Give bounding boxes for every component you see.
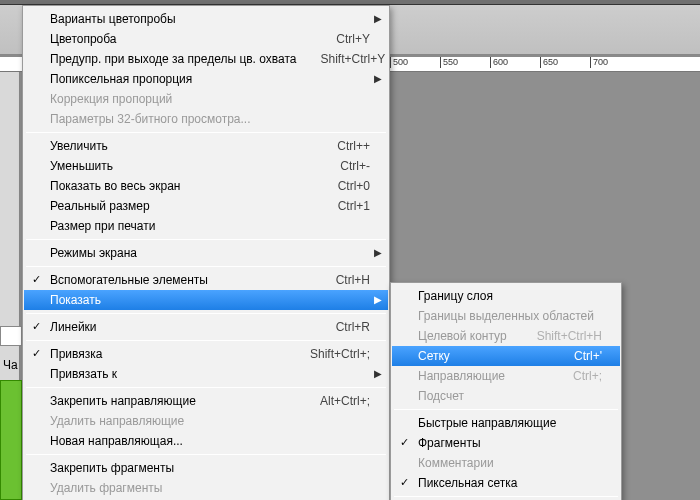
show-submenu-item[interactable]: Границу слоя xyxy=(392,286,620,306)
menu-item-label: Режимы экрана xyxy=(50,246,370,260)
view-menu-item: Коррекция пропорций xyxy=(24,89,388,109)
menu-item-shortcut: Ctrl++ xyxy=(337,139,370,153)
view-menu-separator xyxy=(26,340,386,341)
menu-item-shortcut: Shift+Ctrl+H xyxy=(537,329,602,343)
menu-item-label: Новая направляющая... xyxy=(50,434,370,448)
view-menu-item[interactable]: Новая направляющая... xyxy=(24,431,388,451)
menu-item-label: Удалить направляющие xyxy=(50,414,370,428)
menu-item-shortcut: Alt+Ctrl+; xyxy=(320,394,370,408)
view-menu-item: Параметры 32-битного просмотра... xyxy=(24,109,388,129)
menu-item-label: Границу слоя xyxy=(418,289,602,303)
chevron-right-icon: ▶ xyxy=(374,247,382,258)
view-menu-separator xyxy=(26,266,386,267)
menu-item-label: Варианты цветопробы xyxy=(50,12,370,26)
view-menu-separator xyxy=(26,132,386,133)
menu-item-shortcut: Ctrl+1 xyxy=(338,199,370,213)
menu-item-shortcut: Ctrl+0 xyxy=(338,179,370,193)
menu-item-label: Удалить фрагменты xyxy=(50,481,370,495)
menu-item-label: Предупр. при выходе за пределы цв. охват… xyxy=(50,52,297,66)
menu-item-label: Сетку xyxy=(418,349,550,363)
menu-item-label: Привязка xyxy=(50,347,286,361)
chevron-right-icon: ▶ xyxy=(374,294,382,305)
show-submenu-item[interactable]: СеткуCtrl+' xyxy=(392,346,620,366)
menu-item-label: Вспомогательные элементы xyxy=(50,273,312,287)
view-menu-separator xyxy=(26,239,386,240)
chevron-right-icon: ▶ xyxy=(374,73,382,84)
view-menu-item[interactable]: ЦветопробаCtrl+Y xyxy=(24,29,388,49)
menu-item-label: Быстрые направляющие xyxy=(418,416,602,430)
menu-item-label: Уменьшить xyxy=(50,159,316,173)
view-menu[interactable]: Варианты цветопробы▶ЦветопробаCtrl+YПред… xyxy=(22,5,390,500)
menu-item-shortcut: Shift+Ctrl+Y xyxy=(321,52,386,66)
view-menu-item[interactable]: Варианты цветопробы▶ xyxy=(24,9,388,29)
show-submenu-item: Границы выделенных областей xyxy=(392,306,620,326)
show-submenu-item[interactable]: Быстрые направляющие xyxy=(392,413,620,433)
view-menu-item[interactable]: Показать▶ xyxy=(24,290,388,310)
show-submenu-item: НаправляющиеCtrl+; xyxy=(392,366,620,386)
ruler-tick: 500 xyxy=(390,57,440,68)
show-submenu-item[interactable]: ✓Фрагменты xyxy=(392,433,620,453)
menu-item-shortcut: Ctrl+' xyxy=(574,349,602,363)
check-icon: ✓ xyxy=(32,347,41,360)
view-menu-item[interactable]: Режимы экрана▶ xyxy=(24,243,388,263)
menu-item-label: Целевой контур xyxy=(418,329,513,343)
view-menu-item[interactable]: ✓Вспомогательные элементыCtrl+H xyxy=(24,270,388,290)
menu-item-shortcut: Ctrl+Y xyxy=(336,32,370,46)
menu-item-label: Размер при печати xyxy=(50,219,370,233)
show-submenu-separator xyxy=(394,409,618,410)
menu-item-shortcut: Ctrl+; xyxy=(573,369,602,383)
menu-item-label: Реальный размер xyxy=(50,199,314,213)
menu-item-label: Цветопроба xyxy=(50,32,312,46)
check-icon: ✓ xyxy=(32,273,41,286)
show-submenu-item: Подсчет xyxy=(392,386,620,406)
view-menu-item[interactable]: УвеличитьCtrl++ xyxy=(24,136,388,156)
view-menu-item: Удалить фрагменты xyxy=(24,478,388,498)
show-submenu[interactable]: Границу слояГраницы выделенных областейЦ… xyxy=(390,282,622,500)
view-menu-item[interactable]: Показать во весь экранCtrl+0 xyxy=(24,176,388,196)
view-menu-separator xyxy=(26,313,386,314)
menu-item-label: Линейки xyxy=(50,320,312,334)
ruler-tick: 700 xyxy=(590,57,640,68)
view-menu-item[interactable]: Закрепить направляющиеAlt+Ctrl+; xyxy=(24,391,388,411)
view-menu-item[interactable]: Предупр. при выходе за пределы цв. охват… xyxy=(24,49,388,69)
menu-item-label: Параметры 32-битного просмотра... xyxy=(50,112,370,126)
menu-item-label: Привязать к xyxy=(50,367,370,381)
view-menu-item: Удалить направляющие xyxy=(24,411,388,431)
menu-item-label: Показать xyxy=(50,293,370,307)
menu-item-label: Коррекция пропорций xyxy=(50,92,370,106)
view-menu-separator xyxy=(26,454,386,455)
view-menu-item[interactable]: Реальный размерCtrl+1 xyxy=(24,196,388,216)
view-menu-item[interactable]: Закрепить фрагменты xyxy=(24,458,388,478)
view-menu-item[interactable]: Попиксельная пропорция▶ xyxy=(24,69,388,89)
menu-item-label: Направляющие xyxy=(418,369,549,383)
view-menu-separator xyxy=(26,387,386,388)
menu-item-shortcut: Ctrl+- xyxy=(340,159,370,173)
check-icon: ✓ xyxy=(400,436,409,449)
panel-tab-corner xyxy=(0,326,22,346)
check-icon: ✓ xyxy=(400,476,409,489)
color-swatch-panel xyxy=(0,380,22,500)
menu-item-label: Комментарии xyxy=(418,456,602,470)
view-menu-item[interactable]: Размер при печати xyxy=(24,216,388,236)
menu-item-label: Показать во весь экран xyxy=(50,179,314,193)
menu-item-label: Увеличить xyxy=(50,139,313,153)
menu-item-shortcut: Ctrl+H xyxy=(336,273,370,287)
ruler-tick: 600 xyxy=(490,57,540,68)
menu-item-label: Закрепить направляющие xyxy=(50,394,296,408)
view-menu-item[interactable]: ✓ЛинейкиCtrl+R xyxy=(24,317,388,337)
view-menu-item[interactable]: УменьшитьCtrl+- xyxy=(24,156,388,176)
chevron-right-icon: ▶ xyxy=(374,368,382,379)
ruler-tick: 550 xyxy=(440,57,490,68)
menu-item-label: Пиксельная сетка xyxy=(418,476,602,490)
show-submenu-item: Комментарии xyxy=(392,453,620,473)
view-menu-item[interactable]: ✓ПривязкаShift+Ctrl+; xyxy=(24,344,388,364)
show-submenu-item: Целевой контурShift+Ctrl+H xyxy=(392,326,620,346)
view-menu-item[interactable]: Привязать к▶ xyxy=(24,364,388,384)
menu-item-shortcut: Ctrl+R xyxy=(336,320,370,334)
menu-item-shortcut: Shift+Ctrl+; xyxy=(310,347,370,361)
check-icon: ✓ xyxy=(32,320,41,333)
show-submenu-item[interactable]: ✓Пиксельная сетка xyxy=(392,473,620,493)
menu-item-label: Границы выделенных областей xyxy=(418,309,602,323)
menu-item-label: Попиксельная пропорция xyxy=(50,72,370,86)
chevron-right-icon: ▶ xyxy=(374,13,382,24)
